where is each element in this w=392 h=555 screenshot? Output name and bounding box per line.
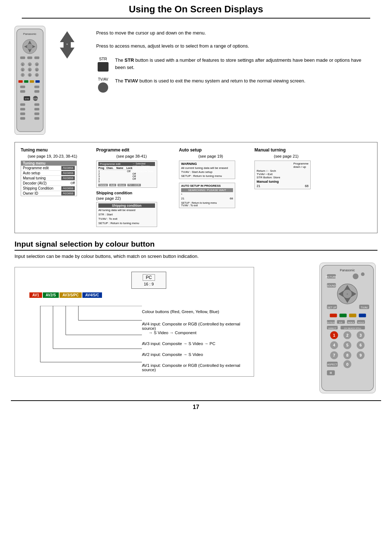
- svg-text:+: +: [346, 292, 348, 296]
- tuning-menu-title: Tuning menu: [21, 147, 48, 153]
- svg-text:ASPECT: ASPECT: [327, 363, 338, 366]
- svg-rect-36: [34, 90, 40, 93]
- svg-text:9: 9: [36, 74, 37, 76]
- av3-button[interactable]: AV3/S/PC: [60, 292, 82, 298]
- svg-text:6: 6: [36, 69, 37, 71]
- svg-text:Panasonic: Panasonic: [23, 32, 37, 36]
- av-diagram: PC 16 : 9 AV1 AV2/S AV3/S/PC AV4/S/C: [15, 267, 254, 377]
- shipping-label: Shipping condition (see page 22) Shippin…: [96, 191, 157, 227]
- svg-rect-85: [339, 314, 347, 317]
- manual-box: Programmedown / up Return ↕ : SrchTV/AV↔…: [254, 161, 311, 189]
- prog-edit-footer: Delete Add Move TV→VCR: [98, 184, 155, 186]
- svg-rect-31: [30, 80, 34, 83]
- av4-button[interactable]: AV4/S/C: [82, 292, 102, 298]
- prog-edit-sub: (see page 38-41): [96, 154, 167, 158]
- warning-note-1: TV/AV : Start Auto setup: [181, 170, 233, 174]
- av-label-av4: AV4 input: Composite or RGB (Controlled …: [142, 322, 250, 335]
- tuning-col-3: Auto setup (see page 19) WARNING All cur…: [179, 147, 242, 208]
- av-screen-ratio: 16 : 9: [143, 282, 155, 286]
- manual-turning-title: Manual turning: [254, 147, 286, 153]
- svg-text:2: 2: [346, 333, 348, 337]
- svg-text:TV/AV: TV/AV: [33, 98, 38, 100]
- instruction-text-2: Press to access menus, adjust levels or …: [96, 42, 249, 50]
- svg-rect-84: [330, 314, 337, 317]
- svg-text:1: 1: [22, 64, 23, 66]
- svg-text:3: 3: [360, 333, 362, 337]
- prog-edit-row-2: 2 Off: [98, 173, 155, 175]
- av-label-av3: AV3 input: Composite → S Video → PC: [142, 341, 250, 346]
- svg-text:TV/TEXT: TV/TEXT: [326, 321, 335, 324]
- svg-rect-10: [34, 57, 40, 59]
- svg-rect-8: [20, 57, 25, 59]
- svg-text:SOUND: SOUND: [327, 284, 336, 287]
- svg-rect-87: [359, 314, 366, 317]
- warning-note-2: SETUP : Return to tuning menu: [181, 174, 233, 178]
- auto-setup-title: Auto setup: [179, 147, 202, 153]
- instruction-row-tvav: TV/AV The TV/AV button is used to exit t…: [96, 77, 377, 93]
- tuning-col-2: Programme edit (see page 38-41) → Select…: [96, 147, 167, 227]
- tuning-col-4: Manual turning (see page 21) Programmedo…: [254, 147, 318, 189]
- svg-rect-35: [20, 90, 25, 93]
- svg-text:PICTURE: PICTURE: [326, 276, 337, 278]
- svg-rect-9: [27, 57, 32, 59]
- svg-point-69: [353, 274, 359, 279]
- prog-edit-row-4: 4 Off: [98, 178, 155, 180]
- svg-text:HOLD: HOLD: [358, 321, 364, 324]
- svg-text:INDEX: INDEX: [348, 321, 354, 324]
- svg-text:8: 8: [346, 353, 348, 357]
- svg-text:7: 7: [333, 353, 335, 357]
- svg-text:Panasonic: Panasonic: [340, 268, 355, 272]
- autosetup-title: AUTO SETUP IN PROGRESS: [181, 184, 233, 187]
- page-title: Using the On Screen Displays: [22, 4, 370, 15]
- svg-rect-30: [24, 80, 28, 83]
- svg-text:SET UP: SET UP: [327, 306, 336, 309]
- prog-edit-box: → Selected↕Value-ChangeReturn↑↓ OKSTR Bu…: [96, 161, 157, 188]
- manual-title: Manual tuning: [257, 180, 309, 183]
- svg-rect-45: [20, 113, 25, 115]
- av-buttons-row: AV1 AV2/S AV3/S/PC AV4/S/C: [29, 292, 250, 298]
- warning-text: All current tuning data will be erased: [181, 166, 233, 170]
- remote-icon: Panasonic 1 2 3: [15, 26, 45, 135]
- svg-rect-42: [34, 103, 40, 106]
- svg-text:7: 7: [22, 74, 23, 76]
- svg-rect-48: [34, 117, 40, 120]
- remote-right-icon: Panasonic PICTURE + SOUND SET: [319, 263, 376, 393]
- tuning-menu-sub: (see page 19, 20-23, 38-41): [21, 154, 84, 158]
- instruction-row-2: Press to access menus, adjust levels or …: [96, 42, 377, 50]
- svg-text:2: 2: [29, 64, 30, 66]
- prog-edit-header: → Selected↕Value-ChangeReturn↑↓ OKSTR Bu…: [98, 162, 155, 166]
- shipping-title: Shipping condition: [98, 203, 155, 208]
- svg-text:5: 5: [346, 343, 348, 347]
- autosetup-box: AUTO SETUP IN PROGRESS SEARCHING: PLEASE…: [179, 183, 235, 208]
- page-number-area: 17: [0, 400, 392, 410]
- av2-button[interactable]: AV2/S: [43, 292, 59, 298]
- svg-text:0: 0: [346, 362, 348, 366]
- tvav-button-label: TV/AV: [96, 77, 110, 93]
- shipping-box: Shipping condition All tuning data will …: [96, 202, 157, 227]
- nav-up-down-icon: +: [53, 29, 82, 60]
- svg-text:TV/AV: TV/AV: [361, 306, 368, 309]
- prog-edit-row-3: 3 Off: [98, 175, 155, 178]
- svg-rect-44: [34, 108, 40, 110]
- svg-marker-49: [60, 31, 74, 42]
- svg-rect-43: [20, 108, 25, 110]
- svg-rect-41: [20, 103, 25, 106]
- av-screen-mock: PC 16 : 9: [48, 272, 250, 289]
- instruction-row-1: Press to move the cursor up and down on …: [96, 29, 377, 37]
- svg-rect-86: [349, 314, 356, 317]
- prog-edit-col-headers: Prog Chan. Name Lock: [98, 167, 132, 170]
- svg-text:STR: STR: [25, 98, 29, 100]
- av1-button[interactable]: AV1: [29, 292, 42, 298]
- instruction-row-str: STR The STR button is used with a number…: [96, 57, 377, 72]
- tuning-menu-row-6: Owner ID Access: [21, 191, 77, 196]
- shipping-footer: STR : Start TV/AV : To exit SETUP : Retu…: [98, 212, 155, 226]
- svg-text:6: 6: [360, 343, 362, 347]
- remote-area: Panasonic 1 2 3: [15, 26, 82, 135]
- instruction-text-1: Press to move the cursor up and down on …: [96, 29, 206, 37]
- str-label-text: STR: [99, 57, 107, 61]
- manual-turning-sub: (see page 21): [254, 154, 318, 158]
- av-label-av1: AV1 input: Composite or RGB (Controlled …: [142, 363, 250, 372]
- str-button-icon: [98, 62, 109, 72]
- input-signal-title: Input signal selection by colour button: [15, 240, 377, 251]
- page-title-bar: Using the On Screen Displays: [22, 0, 370, 19]
